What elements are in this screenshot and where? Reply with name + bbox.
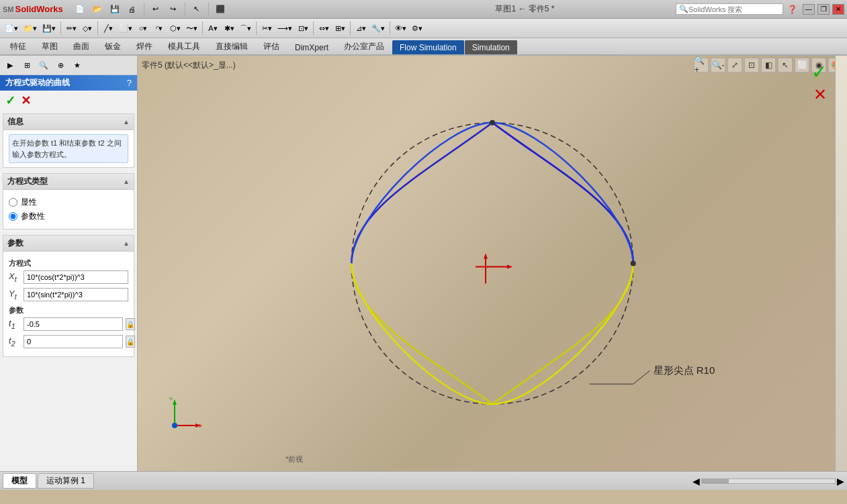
radio-explicit[interactable]: 显性 [9,197,128,208]
help-btn[interactable]: ❓ [787,5,797,14]
tb-view[interactable]: 👁▾ [393,21,408,36]
info-message: 在开始参数 t1 和结束参数 t2 之间 输入参数方程式。 [9,134,128,163]
viewport[interactable]: 零件5 (默认<<默认>_显...) 🔍+ 🔍- ⤢ ⊡ ◧ ↖ ⬜ ◉ 🎨 ✓… [138,56,847,471]
t1-row: t1 🔒 [9,317,128,331]
yt-symbol: Yt [9,289,21,301]
t2-input[interactable] [24,335,123,348]
tb-param-curve[interactable]: ⌒▾ [238,21,253,36]
annotation-text: 星形尖点 R10 [654,364,715,376]
tb-open[interactable]: 📁▾ [21,21,39,36]
radio-parametric[interactable]: 参数性 [9,211,128,222]
menu-sketch[interactable]: 草图 [34,38,65,54]
xt-input[interactable] [24,270,128,284]
menu-evaluate[interactable]: 评估 [256,38,287,54]
title-bar: SM SolidWorks 📄 📂 💾 🖨 ↩ ↪ ↖ ⬛ 草图1 ← 零件5 … [0,0,847,19]
params-header[interactable]: 参数 ▲ [3,236,134,252]
equation-type-section: 方程式类型 ▲ 显性 参数性 [3,173,134,230]
eq-type-content: 显性 参数性 [3,190,134,229]
nav-left-btn[interactable]: ◀ [693,476,700,487]
ok-btn[interactable]: ✓ [5,93,15,108]
t1-input[interactable] [24,317,123,331]
tb-line[interactable]: ╱▾ [101,21,116,36]
svg-point-4 [172,423,177,428]
panel-icon-add[interactable]: ⊕ [53,58,68,72]
menu-office[interactable]: 办公室产品 [337,38,392,54]
tb-repair[interactable]: 🔧▾ [369,21,387,36]
yt-input[interactable] [24,288,128,301]
restore-btn[interactable]: ❐ [817,4,830,15]
search-box[interactable]: 🔍 [676,3,783,15]
panel-top-icons: ▶ ⊞ 🔍 ⊕ ★ [0,56,137,75]
tb-offset[interactable]: ⊡▾ [296,21,310,36]
open-btn[interactable]: 📂 [90,2,105,17]
reference-circle [351,123,633,404]
toolbar-row-1: 📄▾ 📁▾ 💾▾ ✏▾ ◇▾ ╱▾ ⬜▾ ○▾ ◜▾ ⬡▾ 〜▾ A▾ ✱▾ ⌒… [1,20,846,36]
scroll-thumb[interactable] [702,479,729,483]
panel-help-btn[interactable]: ? [127,78,132,88]
curve-lower [351,264,633,405]
tb-rectangle[interactable]: ⬜▾ [117,21,134,36]
new-btn[interactable]: 📄 [73,2,87,17]
bottom-tab-model[interactable]: 模型 [3,473,36,489]
tb-point[interactable]: ✱▾ [222,21,236,36]
bottom-tab-motion[interactable]: 运动算例 1 [38,473,94,489]
svg-marker-1 [173,399,177,405]
tb-sketch[interactable]: ✏▾ [64,21,79,36]
svg-text:X: X [199,423,202,429]
tb-arc[interactable]: ◜▾ [152,21,167,36]
tb-circle[interactable]: ○▾ [136,21,150,36]
app-logo: SM SolidWorks [3,4,63,14]
cancel-btn[interactable]: ✕ [21,93,31,108]
menu-simulation[interactable]: Simulation [465,40,517,54]
search-input[interactable] [688,5,769,13]
tb-text[interactable]: A▾ [206,21,220,36]
t1-lock-btn[interactable]: 🔒 [126,318,135,330]
minimize-btn[interactable]: — [803,4,815,15]
tb-new[interactable]: 📄▾ [3,21,20,36]
panel-icon-star[interactable]: ★ [70,58,85,72]
menu-direct-edit[interactable]: 直接编辑 [208,38,255,54]
menu-sheet-metal[interactable]: 钣金 [97,38,128,54]
tb-options[interactable]: ⚙▾ [410,21,425,36]
astroid-lower [351,264,633,405]
print-btn[interactable]: 🖨 [125,2,140,17]
tb-mirror[interactable]: ⇔▾ [316,21,331,36]
panel-icon-filter[interactable]: 🔍 [36,58,51,72]
sep3 [208,3,209,16]
redo-btn[interactable]: ↪ [166,2,181,17]
tb-pattern[interactable]: ⊞▾ [332,21,347,36]
undo-btn[interactable]: ↩ [148,2,163,17]
tb-smart-dim[interactable]: ◇▾ [80,21,95,36]
panel-icon-motion[interactable]: ▶ [3,58,17,72]
menu-mold-tools[interactable]: 模具工具 [161,38,208,54]
tb-relations[interactable]: ⊿▾ [353,21,368,36]
tb-trim[interactable]: ✂▾ [259,21,274,36]
menu-features[interactable]: 特征 [3,38,34,54]
eq-type-header[interactable]: 方程式类型 ▲ [3,174,134,190]
panel-icon-grid[interactable]: ⊞ [19,58,34,72]
menu-flow-sim[interactable]: Flow Simulation [392,40,464,54]
cursor-btn[interactable]: ↖ [189,2,204,17]
t1-symbol: t1 [9,318,21,330]
scroll-bar[interactable] [701,478,836,484]
menu-weldments[interactable]: 焊件 [129,38,160,54]
bottom-tabs: 模型 运动算例 1 [3,473,94,489]
t2-lock-btn[interactable]: 🔒 [126,336,135,348]
menu-dimxpert[interactable]: DimXpert [287,40,336,54]
close-btn[interactable]: ✕ [832,4,844,15]
rebuild-btn[interactable]: ⬛ [213,2,228,17]
tb-extend[interactable]: ⟶▾ [275,21,294,36]
eq-sublabel: 方程式 [9,258,128,268]
radio-parametric-input[interactable] [9,212,17,221]
axis-y-arrow [484,254,488,259]
save-btn[interactable]: 💾 [107,2,122,17]
tb-polygon[interactable]: ⬡▾ [168,21,183,36]
axis-x-arrow [507,264,512,268]
nav-right-btn[interactable]: ▶ [837,476,844,487]
info-section-header[interactable]: 信息 ▲ [3,114,134,130]
bottom-bar: 模型 运动算例 1 ◀ ▶ [0,471,847,490]
tb-spline[interactable]: 〜▾ [184,21,199,36]
menu-surface[interactable]: 曲面 [66,38,97,54]
tb-save[interactable]: 💾▾ [40,21,58,36]
radio-explicit-input[interactable] [9,198,17,207]
